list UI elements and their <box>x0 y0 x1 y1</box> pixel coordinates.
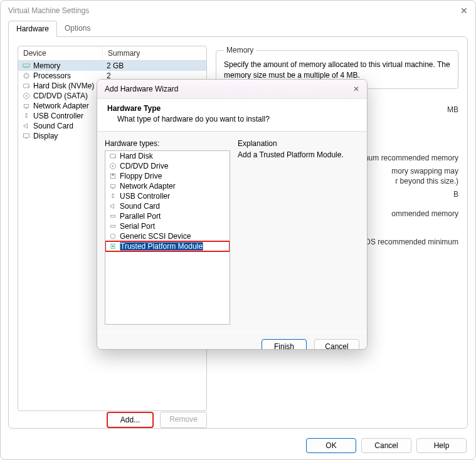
hardware-type-label: Serial Port <box>120 222 155 231</box>
svg-rect-0 <box>23 64 30 67</box>
wizard-title: Add Hardware Wizard <box>105 85 178 93</box>
titlebar: Virtual Machine Settings ✕ <box>1 1 475 21</box>
tab-hardware[interactable]: Hardware <box>8 21 57 37</box>
tabs: Hardware Options <box>1 21 475 37</box>
floppy-icon <box>108 172 117 180</box>
wizard-titlebar: Add Hardware Wizard ✕ <box>97 80 367 99</box>
table-row[interactable]: Memory2 GB <box>18 61 206 71</box>
sound-icon <box>22 122 31 130</box>
hardware-type-item[interactable]: Hard Disk <box>105 151 230 161</box>
explanation-text: Add a Trusted Platform Module. <box>238 150 359 159</box>
window-title: Virtual Machine Settings <box>8 6 89 15</box>
hardware-list-wrap: Hardware types: Hard DiskCD/DVD DriveFlo… <box>105 139 230 325</box>
hardware-type-item[interactable]: Serial Port <box>105 221 230 231</box>
device-name: Processors <box>33 71 71 80</box>
usb-icon <box>108 192 117 201</box>
hardware-type-item[interactable]: Sound Card <box>105 201 230 211</box>
hardware-type-label: Generic SCSI Device <box>120 232 191 241</box>
device-name: Display <box>33 132 58 140</box>
device-name: Memory <box>33 61 60 70</box>
add-button[interactable]: Add... <box>107 412 154 428</box>
memory-desc: Specify the amount of memory allocated t… <box>224 60 450 81</box>
mb-label: MB <box>447 105 458 114</box>
svg-rect-24 <box>110 185 115 188</box>
guest-min-label: st OS recommended minimum <box>357 238 458 246</box>
max-rec-label: mum recommended memory <box>362 154 458 162</box>
valB: B <box>453 190 458 199</box>
svg-point-11 <box>28 86 29 88</box>
memory-legend: Memory <box>224 46 256 55</box>
add-remove-row: Add... Remove <box>107 412 207 428</box>
svg-rect-16 <box>24 133 29 137</box>
explanation-label: Explanation <box>238 139 359 148</box>
usb-icon <box>22 112 31 120</box>
hardware-type-item[interactable]: Trusted Platform Module <box>105 241 230 251</box>
device-summary: 2 GB <box>103 61 206 71</box>
tab-options[interactable]: Options <box>57 21 98 37</box>
hardware-type-item[interactable]: USB Controller <box>105 191 230 201</box>
close-icon[interactable]: ✕ <box>460 6 468 16</box>
svg-point-13 <box>26 95 27 97</box>
remove-button: Remove <box>160 412 207 428</box>
ok-button[interactable]: OK <box>306 438 356 453</box>
help-button[interactable]: Help <box>416 438 467 453</box>
disk-icon <box>108 152 117 160</box>
wizard-close-icon[interactable]: ✕ <box>353 85 359 93</box>
network-icon <box>22 102 31 110</box>
device-name: CD/DVD (SATA) <box>33 91 88 100</box>
col-summary[interactable]: Summary <box>103 46 206 61</box>
network-icon <box>108 182 117 191</box>
display-icon <box>22 132 31 140</box>
hardware-type-item[interactable]: Generic SCSI Device <box>105 231 230 241</box>
cpu-icon <box>22 71 31 80</box>
sound-icon <box>108 202 117 211</box>
disc-icon <box>22 91 31 100</box>
svg-rect-14 <box>24 105 29 108</box>
device-name: USB Controller <box>33 112 83 120</box>
scsi-icon <box>108 232 117 241</box>
table-header: Device Summary <box>18 46 206 61</box>
hardware-type-label: Hard Disk <box>120 152 153 160</box>
disk-icon <box>22 81 31 90</box>
finish-button[interactable]: Finish <box>262 339 307 350</box>
device-name: Sound Card <box>33 122 73 130</box>
svg-rect-23 <box>112 174 114 175</box>
swap-warn-1: mory swapping may <box>391 167 458 175</box>
svg-point-19 <box>114 157 115 158</box>
hardware-type-label: Sound Card <box>120 202 160 211</box>
tpm-icon <box>108 242 117 251</box>
explanation-panel: Explanation Add a Trusted Platform Modul… <box>238 139 359 325</box>
hardware-type-item[interactable]: Parallel Port <box>105 211 230 221</box>
hardware-types-label: Hardware types: <box>105 139 230 148</box>
wizard-head-title: Hardware Type <box>107 104 357 113</box>
cancel-button[interactable]: Cancel <box>361 438 411 453</box>
svg-rect-27 <box>110 226 115 227</box>
svg-point-28 <box>110 234 115 239</box>
swap-warn-2: r beyond this size.) <box>395 177 458 186</box>
hardware-type-label: Network Adapter <box>120 182 176 191</box>
hardware-type-item[interactable]: Floppy Drive <box>105 171 230 181</box>
svg-rect-5 <box>24 74 28 78</box>
wizard-header: Hardware Type What type of hardware do y… <box>97 99 367 132</box>
hardware-type-label: Floppy Drive <box>120 172 162 180</box>
wizard-footer: Finish Cancel <box>97 332 367 350</box>
rec-label: ommended memory <box>391 209 458 218</box>
wizard-body: Hardware types: Hard DiskCD/DVD DriveFlo… <box>97 132 367 332</box>
device-name: Network Adapter <box>33 102 89 110</box>
hardware-type-label: Trusted Platform Module <box>120 242 203 251</box>
hardware-types-list[interactable]: Hard DiskCD/DVD DriveFloppy DriveNetwork… <box>105 150 230 325</box>
disc-icon <box>108 162 117 170</box>
col-device[interactable]: Device <box>18 46 103 61</box>
hardware-type-label: Parallel Port <box>120 212 161 221</box>
wizard-cancel-button[interactable]: Cancel <box>314 339 359 350</box>
wizard-head-desc: What type of hardware do you want to ins… <box>107 115 357 123</box>
svg-rect-26 <box>110 216 115 217</box>
device-name: Hard Disk (NVMe) <box>33 81 94 90</box>
hardware-type-item[interactable]: Network Adapter <box>105 181 230 191</box>
hardware-type-label: CD/DVD Drive <box>120 162 168 170</box>
memory-icon <box>22 61 31 70</box>
hardware-type-label: USB Controller <box>120 192 170 201</box>
hardware-type-item[interactable]: CD/DVD Drive <box>105 161 230 171</box>
port-icon <box>108 222 117 231</box>
port-icon <box>108 212 117 221</box>
